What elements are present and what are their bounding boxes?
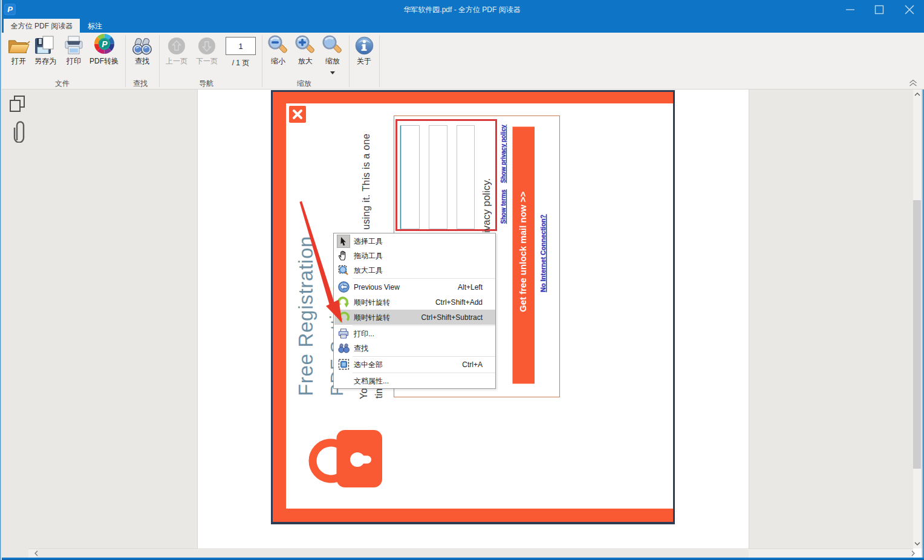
svg-text:No Internet Connection?: No Internet Connection? (539, 214, 547, 292)
svg-text:Get free unlock mail now >>: Get free unlock mail now >> (518, 192, 528, 312)
svg-text:Show privacy policy: Show privacy policy (500, 125, 507, 183)
svg-text:Show terms: Show terms (500, 189, 507, 224)
svg-text:P: P (7, 5, 13, 14)
svg-text:P: P (102, 39, 108, 49)
svg-text:ivacy policy.: ivacy policy. (481, 178, 492, 233)
